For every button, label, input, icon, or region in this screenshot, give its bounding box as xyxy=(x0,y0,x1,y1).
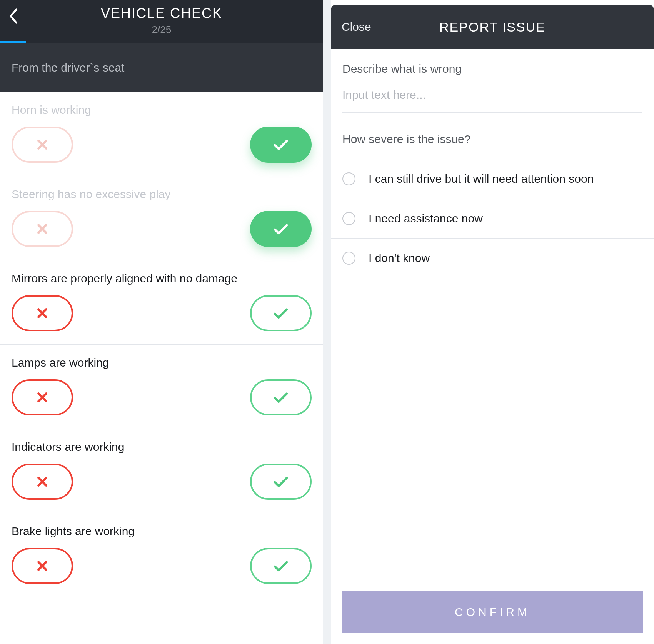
check-icon xyxy=(273,307,289,320)
check-icon xyxy=(273,138,289,151)
pass-button[interactable] xyxy=(250,295,312,331)
question-text: Mirrors are properly aligned with no dam… xyxy=(12,272,312,285)
question-text: Brake lights are working xyxy=(12,525,312,538)
x-icon xyxy=(36,391,49,404)
pass-button[interactable] xyxy=(250,211,312,247)
fail-button[interactable] xyxy=(12,127,73,163)
check-icon xyxy=(273,222,289,235)
question-text: Steering has no excessive play xyxy=(12,188,312,201)
confirm-button[interactable]: CONFIRM xyxy=(342,591,643,633)
radio-icon xyxy=(342,212,355,225)
severity-option[interactable]: I need assistance now xyxy=(331,199,654,239)
page-title: VEHICLE CHECK xyxy=(0,5,323,22)
severity-option-label: I need assistance now xyxy=(369,212,483,225)
severity-option-label: I can still drive but it will need atten… xyxy=(369,172,594,185)
severity-option-label: I don't know xyxy=(369,252,430,265)
x-icon xyxy=(36,138,49,151)
checklist-item: Mirrors are properly aligned with no dam… xyxy=(0,260,323,345)
close-button[interactable]: Close xyxy=(342,20,371,33)
severity-option[interactable]: I can still drive but it will need atten… xyxy=(331,159,654,199)
section-heading: From the driver`s seat xyxy=(0,43,323,92)
describe-label: Describe what is wrong xyxy=(342,62,642,75)
question-text: Indicators are working xyxy=(12,440,312,454)
pass-button[interactable] xyxy=(250,464,312,500)
report-issue-header: Close REPORT ISSUE xyxy=(331,5,654,49)
fail-button[interactable] xyxy=(12,211,73,247)
pass-button[interactable] xyxy=(250,127,312,163)
severity-label: How severe is the issue? xyxy=(342,133,642,146)
pass-button[interactable] xyxy=(250,548,312,584)
fail-button[interactable] xyxy=(12,379,73,415)
x-icon xyxy=(36,222,49,235)
report-issue-screen: Close REPORT ISSUE Describe what is wron… xyxy=(331,0,654,644)
pass-button[interactable] xyxy=(250,379,312,415)
x-icon xyxy=(36,307,49,320)
fail-button[interactable] xyxy=(12,295,73,331)
checklist-item: Indicators are working xyxy=(0,429,323,513)
chevron-left-icon xyxy=(7,8,20,25)
checklist-item: Horn is working xyxy=(0,92,323,176)
checklist-item: Lamps are working xyxy=(0,345,323,429)
vehicle-check-header: VEHICLE CHECK 2/25 xyxy=(0,0,323,43)
x-icon xyxy=(36,559,49,572)
check-icon xyxy=(273,475,289,488)
back-button[interactable] xyxy=(7,8,20,26)
checklist-item: Steering has no excessive play xyxy=(0,176,323,260)
fail-button[interactable] xyxy=(12,464,73,500)
vehicle-check-screen: VEHICLE CHECK 2/25 From the driver`s sea… xyxy=(0,0,323,644)
progress-label: 2/25 xyxy=(0,24,323,36)
question-text: Lamps are working xyxy=(12,356,312,369)
fail-button[interactable] xyxy=(12,548,73,584)
severity-option[interactable]: I don't know xyxy=(331,239,654,278)
radio-icon xyxy=(342,172,355,185)
check-icon xyxy=(273,391,289,404)
radio-icon xyxy=(342,252,355,265)
check-icon xyxy=(273,559,289,572)
question-text: Horn is working xyxy=(12,103,312,117)
x-icon xyxy=(36,475,49,488)
checklist: Horn is working Steering has no excessiv… xyxy=(0,92,323,597)
progress-bar xyxy=(0,41,323,43)
severity-options: I can still drive but it will need atten… xyxy=(331,159,654,278)
issue-description-input[interactable] xyxy=(342,88,642,102)
modal-title: REPORT ISSUE xyxy=(439,20,546,35)
checklist-item: Brake lights are working xyxy=(0,513,323,597)
